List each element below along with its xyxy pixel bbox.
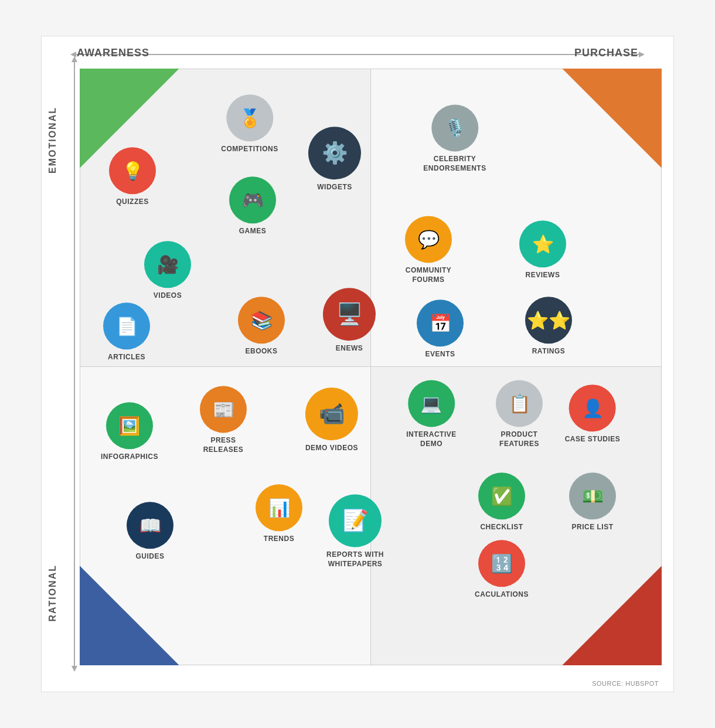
label-enews: ENEWS: [336, 344, 363, 353]
icon-checklist: ✅: [478, 472, 525, 519]
label-videos: VIDEOS: [154, 291, 182, 301]
convince-banner: CONVINCE: [562, 566, 662, 665]
corner-entertain: ENTERTAIN: [80, 69, 185, 174]
axis-awareness-label: AWARENESS: [77, 47, 149, 59]
label-infographics: INFOGRAPHICS: [101, 453, 158, 462]
item-widgets: ⚙️WIDGETS: [308, 127, 361, 192]
label-widgets: WIDGETS: [317, 183, 352, 192]
icon-videos: 🎥: [144, 241, 191, 288]
vertical-axis-arrow: [74, 60, 75, 668]
icon-interactive_demo: 💻: [408, 380, 455, 427]
label-competitions: COMPETITIONS: [221, 145, 278, 154]
item-press_releases: 📰PRESS RELEASES: [200, 386, 247, 454]
icon-press_releases: 📰: [200, 386, 247, 433]
item-ebooks: 📚EBOOKS: [238, 297, 285, 356]
icon-calculations: 🔢: [478, 540, 525, 587]
icon-case_studies: 👤: [569, 385, 616, 431]
icon-ebooks: 📚: [238, 297, 285, 343]
icon-reviews: ⭐: [519, 220, 566, 267]
label-community: COMMUNITY FOURMS: [406, 266, 452, 284]
item-celebrity: 🎙️CELEBRITY ENDORSEMENTS: [423, 104, 486, 173]
label-checklist: CHECKLIST: [480, 523, 523, 532]
item-community: 💬COMMUNITY FOURMS: [405, 216, 452, 284]
horizontal-axis-arrow: [74, 54, 641, 55]
label-celebrity: CELEBRITY ENDORSEMENTS: [423, 155, 486, 173]
item-videos: 🎥VIDEOS: [144, 241, 191, 301]
corner-educate: EDUCATE: [80, 560, 185, 665]
item-calculations: 🔢CACULATIONS: [475, 540, 529, 600]
label-price_list: PRICE LIST: [571, 523, 613, 532]
label-case_studies: CASE STUDIES: [565, 435, 621, 444]
item-games: 🎮GAMES: [229, 176, 276, 236]
label-reviews: REVIEWS: [526, 271, 560, 280]
item-ratings: ⭐⭐RATINGS: [525, 297, 572, 356]
icon-community: 💬: [405, 216, 452, 263]
icon-trends: 📊: [256, 484, 302, 531]
icon-articles: 📄: [103, 302, 150, 349]
corner-convince: CONVINCE: [556, 560, 662, 665]
icon-enews: 🖥️: [323, 288, 376, 341]
icon-guides: 📖: [127, 502, 173, 549]
item-articles: 📄ARTICLES: [103, 302, 150, 362]
icon-ratings: ⭐⭐: [525, 297, 572, 343]
item-competitions: 🏅COMPETITIONS: [221, 94, 278, 154]
icon-celebrity: 🎙️: [431, 104, 478, 151]
item-enews: 🖥️ENEWS: [323, 288, 376, 353]
icon-games: 🎮: [229, 176, 276, 223]
axis-rational-label: RATIONAL: [47, 564, 58, 621]
icon-widgets: ⚙️: [308, 127, 361, 179]
item-price_list: 💵PRICE LIST: [569, 472, 616, 532]
entertain-banner: ENTERTAIN: [80, 69, 179, 168]
item-product_features: 📋PRODUCT FEATURES: [496, 380, 543, 448]
label-events: EVENTS: [425, 350, 455, 359]
icon-competitions: 🏅: [226, 94, 273, 141]
label-reports: REPORTS WITH WHITEPAPERS: [326, 550, 384, 569]
icon-reports: 📝: [329, 494, 382, 547]
axis-purchase-label: PURCHASE: [574, 47, 638, 59]
label-demo_videos: DEMO VIDEOS: [305, 444, 358, 453]
item-case_studies: 👤CASE STUDIES: [565, 385, 621, 444]
educate-banner: EDUCATE: [80, 566, 179, 665]
label-ebooks: EBOOKS: [245, 347, 277, 356]
corner-inspire: INSPIRE: [556, 69, 662, 174]
label-games: GAMES: [239, 227, 267, 236]
label-press_releases: PRESS RELEASES: [203, 436, 244, 454]
item-checklist: ✅CHECKLIST: [478, 472, 525, 532]
icon-product_features: 📋: [496, 380, 543, 427]
chart-container: AWARENESS PURCHASE EMOTIONAL RATIONAL EN…: [41, 36, 674, 692]
item-reviews: ⭐REVIEWS: [519, 220, 566, 280]
item-events: 📅EVENTS: [417, 300, 464, 359]
item-reports: 📝REPORTS WITH WHITEPAPERS: [326, 494, 384, 569]
inspire-banner: INSPIRE: [562, 69, 662, 168]
label-quizzes: QUIZZES: [116, 198, 149, 207]
icon-events: 📅: [417, 300, 464, 346]
label-product_features: PRODUCT FEATURES: [499, 430, 539, 448]
label-articles: ARTICLES: [108, 353, 145, 362]
item-infographics: 🖼️INFOGRAPHICS: [101, 402, 158, 462]
source-label: SOURCE: HUBSPOT: [592, 680, 659, 687]
icon-demo_videos: 📹: [305, 387, 358, 440]
icon-infographics: 🖼️: [106, 402, 153, 449]
item-demo_videos: 📹DEMO VIDEOS: [305, 387, 358, 453]
item-trends: 📊TRENDS: [256, 484, 302, 544]
label-trends: TRENDS: [264, 535, 294, 544]
label-interactive_demo: INTERACTIVE DEMO: [406, 430, 457, 448]
label-ratings: RATINGS: [532, 347, 566, 356]
icon-price_list: 💵: [569, 472, 616, 519]
item-guides: 📖GUIDES: [127, 502, 173, 562]
label-calculations: CACULATIONS: [475, 590, 529, 600]
axis-emotional-label: EMOTIONAL: [47, 107, 58, 174]
item-interactive_demo: 💻INTERACTIVE DEMO: [406, 380, 457, 448]
